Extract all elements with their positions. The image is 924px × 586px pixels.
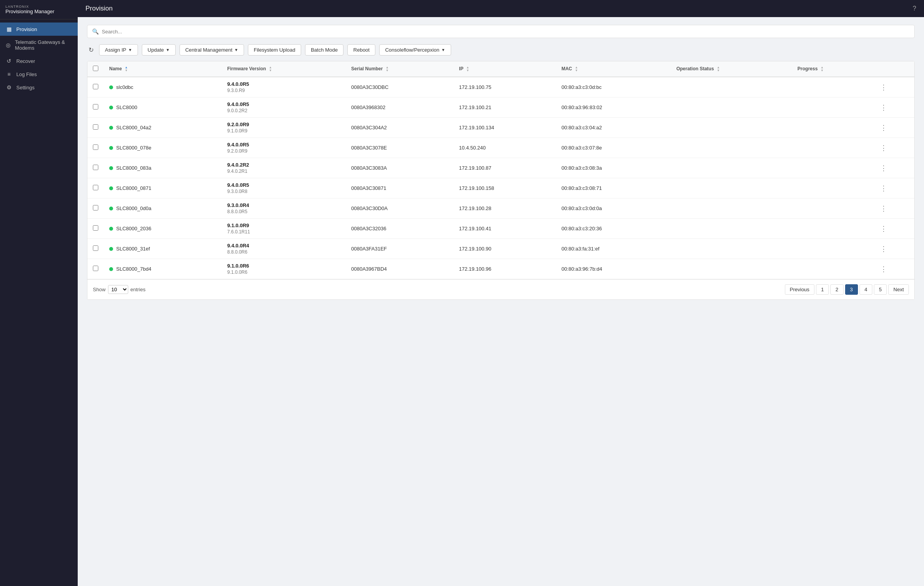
serial-header: Serial Number ▲▼: [346, 61, 454, 77]
row-menu-button[interactable]: ⋮: [880, 265, 887, 273]
name-cell: SLC8000_083a: [104, 158, 222, 178]
name-sort-icon[interactable]: ▲ ▼: [125, 66, 128, 72]
row-checkbox[interactable]: [93, 225, 98, 231]
fw-current: 9.4.0.2R2: [227, 162, 340, 168]
table-row: slc0dbc 9.4.0.0R5 9.3.0.R9 0080A3C30DBC …: [87, 77, 914, 97]
fw-prev: 7.6.0.1R11: [227, 229, 340, 235]
mac-cell: 00:80:a3:c3:0d:bc: [556, 77, 671, 97]
assign-ip-button[interactable]: Assign IP ▼: [99, 44, 138, 56]
firmware-sort-icon[interactable]: ▲▼: [269, 66, 272, 72]
mac-cell: 00:80:a3:96:83:02: [556, 97, 671, 118]
row-checkbox[interactable]: [93, 266, 98, 271]
ip-header: IP ▲▼: [453, 61, 556, 77]
row-checkbox[interactable]: [93, 165, 98, 170]
page-button-4[interactable]: 4: [859, 284, 872, 295]
mac-sort-icon[interactable]: ▲▼: [575, 66, 578, 72]
row-menu-button[interactable]: ⋮: [880, 104, 887, 111]
mac-cell: 00:80:a3:c3:08:3a: [556, 158, 671, 178]
consoleflow-caret: ▼: [441, 48, 445, 52]
row-checkbox[interactable]: [93, 245, 98, 251]
search-input[interactable]: [102, 29, 910, 35]
reboot-button[interactable]: Reboot: [347, 44, 375, 56]
operation-status-cell: [671, 239, 792, 259]
row-menu-cell: ⋮: [875, 178, 914, 198]
entries-select[interactable]: 102550100: [108, 285, 128, 294]
row-menu-button[interactable]: ⋮: [880, 124, 887, 132]
serial-cell: 0080A3C304A2: [346, 118, 454, 138]
device-name: SLC8000_7bd4: [116, 266, 151, 272]
page-button-5[interactable]: 5: [874, 284, 887, 295]
name-cell: SLC8000_0871: [104, 178, 222, 198]
help-icon[interactable]: ?: [913, 5, 916, 12]
sidebar-item-settings[interactable]: ⚙ Settings: [0, 81, 78, 94]
devices-table: Name ▲ ▼ Firmware Version ▲▼ Serial Numb…: [87, 61, 914, 279]
devices-table-container: Name ▲ ▼ Firmware Version ▲▼ Serial Numb…: [87, 61, 915, 300]
ip-sort-icon[interactable]: ▲▼: [466, 66, 469, 72]
mac-cell: 00:80:a3:c3:04:a2: [556, 118, 671, 138]
row-menu-button[interactable]: ⋮: [880, 225, 887, 233]
fw-prev: 9.3.0.0R8: [227, 189, 340, 194]
page-button-3[interactable]: 3: [845, 284, 858, 295]
row-checkbox-cell: [87, 239, 104, 259]
status-dot: [109, 126, 113, 130]
sidebar-item-telematic[interactable]: ◎ Telematic Gateways & Modems: [0, 36, 78, 54]
row-menu-button[interactable]: ⋮: [880, 184, 887, 192]
fw-prev: 9.3.0.R9: [227, 88, 340, 93]
row-checkbox-cell: [87, 259, 104, 279]
update-label: Update: [148, 47, 164, 53]
mac-cell: 00:80:a3:96:7b:d4: [556, 259, 671, 279]
table-footer: Show 102550100 entries Previous 12345 Ne…: [87, 279, 914, 299]
serial-cell: 0080A3C32036: [346, 219, 454, 239]
update-button[interactable]: Update ▼: [142, 44, 176, 56]
next-button[interactable]: Next: [888, 284, 909, 295]
sidebar-item-log-files[interactable]: ≡ Log Files: [0, 68, 78, 81]
name-header: Name ▲ ▼: [104, 61, 222, 77]
progress-cell: [792, 259, 874, 279]
page-button-1[interactable]: 1: [816, 284, 829, 295]
central-management-button[interactable]: Central Management ▼: [180, 44, 244, 56]
log-files-icon: ≡: [5, 71, 12, 77]
show-entries: Show 102550100 entries: [93, 285, 146, 294]
row-checkbox[interactable]: [93, 185, 98, 190]
page-button-2[interactable]: 2: [830, 284, 843, 295]
consoleflow-button[interactable]: Consoleflow/Percepxion ▼: [379, 44, 451, 56]
row-menu-button[interactable]: ⋮: [880, 164, 887, 172]
operation-sort-icon[interactable]: ▲▼: [717, 66, 720, 72]
progress-cell: [792, 97, 874, 118]
row-menu-button[interactable]: ⋮: [880, 205, 887, 212]
firmware-header: Firmware Version ▲▼: [222, 61, 346, 77]
table-row: SLC8000_2036 9.1.0.0R9 7.6.0.1R11 0080A3…: [87, 219, 914, 239]
filesystem-upload-button[interactable]: Filesystem Upload: [248, 44, 301, 56]
sidebar-nav: ▦ Provision ◎ Telematic Gateways & Modem…: [0, 19, 78, 586]
fw-prev: 9.0.0.2R2: [227, 108, 340, 113]
row-menu-cell: ⋮: [875, 77, 914, 97]
name-cell: SLC8000_31ef: [104, 239, 222, 259]
refresh-button[interactable]: ↻: [87, 45, 95, 55]
sidebar-header: LANTRONIX Provisioning Manager: [0, 0, 78, 19]
row-menu-button[interactable]: ⋮: [880, 83, 887, 91]
previous-button[interactable]: Previous: [785, 284, 815, 295]
assign-ip-label: Assign IP: [105, 47, 126, 53]
row-checkbox[interactable]: [93, 205, 98, 210]
brand-top: LANTRONIX: [5, 5, 72, 9]
serial-sort-icon[interactable]: ▲▼: [385, 66, 389, 72]
sidebar-item-recover[interactable]: ↺ Recover: [0, 54, 78, 68]
row-menu-button[interactable]: ⋮: [880, 144, 887, 152]
sidebar-item-provision[interactable]: ▦ Provision: [0, 23, 78, 36]
row-checkbox[interactable]: [93, 84, 98, 89]
fw-prev: 9.2.0.0R9: [227, 148, 340, 154]
ip-cell: 10.4.50.240: [453, 138, 556, 158]
batch-mode-button[interactable]: Batch Mode: [305, 44, 343, 56]
row-checkbox[interactable]: [93, 124, 98, 130]
progress-sort-icon[interactable]: ▲▼: [821, 66, 824, 72]
row-checkbox[interactable]: [93, 144, 98, 150]
select-all-checkbox[interactable]: [93, 66, 98, 71]
firmware-cell: 9.3.0.0R4 8.8.0.0R5: [222, 198, 346, 219]
row-checkbox[interactable]: [93, 104, 98, 110]
fw-current: 9.4.0.0R5: [227, 142, 340, 148]
device-name: SLC8000_078e: [116, 145, 151, 151]
main-area: Provision ? 🔍 ↻ Assign IP ▼ Update ▼ Cen…: [78, 0, 924, 586]
row-menu-button[interactable]: ⋮: [880, 245, 887, 253]
row-menu-cell: ⋮: [875, 198, 914, 219]
progress-cell: [792, 118, 874, 138]
